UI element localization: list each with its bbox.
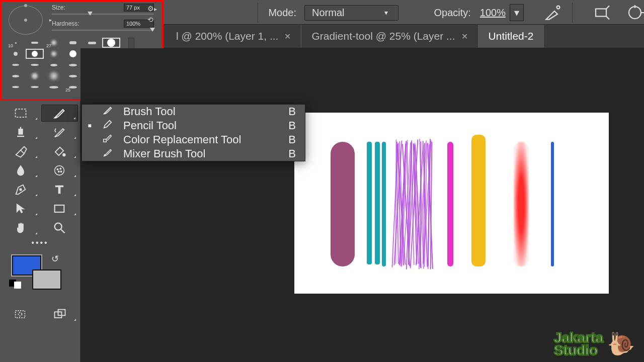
size-label: Size: (52, 4, 65, 11)
opacity-value[interactable]: 100% (480, 7, 506, 19)
size-slider[interactable] (52, 14, 154, 15)
clone-stamp-tool[interactable] (2, 124, 39, 141)
rectangle-tool[interactable] (41, 200, 78, 217)
eraser-tool[interactable] (2, 143, 39, 160)
brush-preset[interactable] (45, 49, 63, 59)
default-colors-icon[interactable] (9, 280, 21, 289)
mixer-brush-icon (100, 147, 115, 161)
flyout-shortcut: B (286, 105, 296, 118)
flyout-item-color-replacement[interactable]: Color Replacement Tool B (82, 133, 305, 147)
toolbar-divider: •••• (2, 236, 78, 249)
swap-colors-icon[interactable]: ↺ (51, 253, 59, 264)
opacity-chevron-icon[interactable]: ▾ (510, 4, 524, 21)
brush-preset[interactable] (7, 82, 25, 92)
symmetry-icon[interactable] (626, 4, 644, 22)
path-selection-tool[interactable] (2, 200, 39, 217)
brush-preset[interactable] (7, 60, 25, 70)
brush-preset[interactable]: 25 (64, 82, 82, 92)
brush-preset[interactable] (26, 60, 44, 70)
document-tab[interactable]: l @ 200% (Layer 1, ... ✕ (166, 25, 301, 48)
close-icon[interactable]: ✕ (461, 32, 468, 41)
hand-tool[interactable] (2, 219, 39, 236)
brush-preset[interactable] (7, 49, 25, 59)
zoom-tool[interactable] (41, 219, 78, 236)
brush-preset[interactable] (64, 49, 82, 59)
brush-preset[interactable]: 27 (45, 38, 63, 48)
brush-preset[interactable] (26, 82, 44, 92)
brush-preset[interactable] (7, 71, 25, 81)
brush-preset[interactable] (45, 71, 63, 81)
brush-tool[interactable] (41, 105, 78, 122)
watermark: Jakarta Studio 🐌 (554, 331, 635, 357)
brush-preset[interactable] (45, 82, 63, 92)
brush-preset[interactable] (102, 38, 120, 48)
separator (572, 3, 573, 23)
brush-preset[interactable] (26, 49, 44, 59)
flyout-item-brush[interactable]: Brush Tool B (82, 105, 305, 119)
svg-rect-3 (15, 109, 26, 117)
brush-icon (100, 105, 115, 119)
document-tab[interactable]: Gradient-tool @ 25% (Layer ... ✕ (301, 25, 478, 48)
background-color[interactable] (32, 269, 61, 290)
airbrush-icon[interactable] (544, 4, 562, 22)
options-bar: Mode: Normal ▾ Opacity: 100% ▾ (82, 0, 644, 25)
tools-panel: •••• ↺ (0, 101, 80, 362)
brush-preset[interactable] (64, 38, 82, 48)
brush-stroke (365, 142, 387, 266)
brush-preset[interactable] (45, 60, 63, 70)
svg-point-8 (58, 171, 59, 172)
svg-point-12 (55, 223, 62, 230)
document-tab[interactable]: Untitled-2 (478, 25, 544, 48)
flyout-label: Pencil Tool (123, 119, 278, 132)
mode-label: Mode: (268, 7, 296, 19)
canvas[interactable] (294, 113, 609, 294)
gear-icon[interactable]: ⚙▸ (147, 5, 157, 13)
brush-angle-widget[interactable] (9, 6, 43, 35)
pencil-icon (100, 119, 115, 133)
brush-preset[interactable] (83, 38, 101, 48)
flyout-item-mixer-brush[interactable]: Mixer Brush Tool B (82, 147, 305, 161)
arrow-right-icon: ▸ (49, 17, 52, 23)
tab-label: Untitled-2 (489, 30, 534, 42)
flyout-label: Mixer Brush Tool (123, 147, 278, 160)
close-icon[interactable]: ✕ (284, 32, 291, 41)
watermark-line2: Studio (554, 344, 603, 356)
separator (258, 3, 258, 23)
color-swatches: ↺ (2, 255, 78, 296)
svg-point-2 (629, 7, 641, 19)
brush-stroke (514, 142, 529, 266)
mode-dropdown[interactable]: Normal ▾ (304, 5, 398, 21)
svg-point-7 (60, 168, 61, 169)
brush-stroke (394, 142, 432, 266)
marquee-tool[interactable] (2, 105, 39, 122)
svg-rect-11 (55, 205, 64, 212)
brush-tool-flyout: Brush Tool B ■ Pencil Tool B Color Repla… (82, 104, 305, 161)
brush-preset[interactable] (26, 71, 44, 81)
history-brush-tool[interactable] (41, 124, 78, 141)
svg-point-10 (20, 189, 22, 191)
sponge-tool[interactable] (41, 162, 78, 179)
color-replacement-icon (100, 133, 115, 147)
brush-stroke (331, 142, 355, 266)
flyout-shortcut: B (286, 147, 296, 160)
flyout-shortcut: B (286, 119, 296, 132)
brush-preset[interactable]: 10 (7, 38, 25, 48)
type-tool[interactable] (41, 181, 78, 198)
pen-tool[interactable] (2, 181, 39, 198)
quick-mask-tool[interactable] (2, 306, 38, 323)
smudge-tool[interactable] (2, 162, 39, 179)
svg-point-4 (63, 154, 65, 156)
paint-bucket-tool[interactable] (41, 143, 78, 160)
hardness-slider[interactable] (52, 30, 154, 31)
flyout-label: Color Replacement Tool (123, 133, 278, 146)
brush-preset[interactable] (64, 71, 82, 81)
flyout-item-pencil[interactable]: ■ Pencil Tool B (82, 119, 305, 133)
screen-mode-tool[interactable] (42, 306, 78, 323)
new-preset-icon[interactable]: ⟲ (147, 16, 157, 24)
tab-label: l @ 200% (Layer 1, ... (176, 30, 278, 42)
pressure-size-icon[interactable] (593, 4, 611, 22)
brush-preset[interactable] (64, 60, 82, 70)
brush-stroke (471, 135, 486, 266)
current-indicator: ■ (87, 122, 92, 129)
brush-preset[interactable] (26, 38, 44, 48)
